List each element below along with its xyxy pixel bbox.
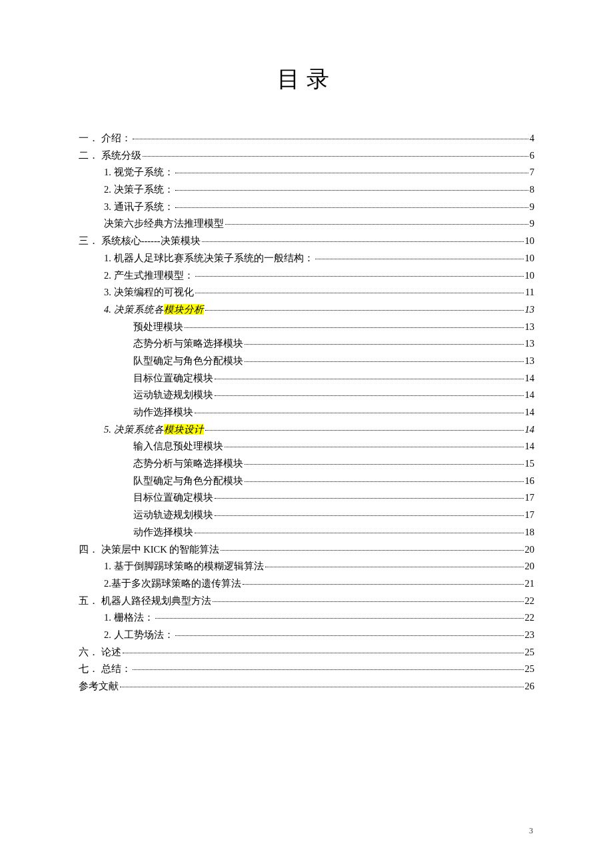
toc-num: 4.: [104, 304, 111, 315]
toc-leader-dots: [175, 207, 528, 208]
toc-row[interactable]: 队型确定与角色分配模块13: [79, 356, 534, 366]
toc-row[interactable]: 5. 决策系统各模块设计14: [79, 425, 534, 435]
toc-row[interactable]: 1. 栅格法：22: [79, 613, 534, 623]
toc-page: 9: [530, 202, 534, 212]
toc-row[interactable]: 态势分析与策略选择模块15: [79, 459, 534, 469]
toc-num: 五．: [79, 595, 99, 606]
toc-leader-dots: [215, 379, 524, 379]
toc-text: 态势分析与策略选择模块: [133, 458, 243, 469]
toc-leader-dots: [205, 430, 524, 431]
toc-row[interactable]: 决策六步经典方法推理模型9: [79, 219, 534, 229]
toc-num: 2.: [104, 578, 111, 589]
table-of-contents: 一． 介绍：4二． 系统分级61. 视觉子系统：72. 决策子系统：83. 通讯…: [79, 133, 534, 691]
toc-page: 13: [525, 322, 535, 332]
toc-row[interactable]: 2. 决策子系统：8: [79, 185, 534, 195]
toc-row[interactable]: 2.基于多次踢球策略的遗传算法21: [79, 579, 534, 589]
toc-num: 四．: [79, 544, 99, 555]
toc-row[interactable]: 4. 决策系统各模块分析13: [79, 305, 534, 315]
toc-page: 10: [525, 236, 535, 246]
toc-leader-dots: [202, 241, 524, 242]
toc-row[interactable]: 1. 基于倒脚踢球策略的模糊逻辑算法20: [79, 561, 534, 571]
toc-row[interactable]: 一． 介绍：4: [79, 133, 534, 143]
toc-page: 14: [525, 441, 535, 451]
toc-row[interactable]: 2. 产生式推理模型：10: [79, 271, 534, 281]
toc-page: 6: [530, 151, 534, 161]
toc-leader-dots: [215, 395, 524, 396]
toc-row[interactable]: 3. 通讯子系统：9: [79, 202, 534, 212]
toc-row[interactable]: 3. 决策编程的可视化11: [79, 287, 534, 297]
toc-page: 14: [525, 373, 535, 383]
toc-page: 25: [525, 664, 535, 674]
toc-page: 13: [525, 305, 535, 315]
toc-page: 23: [525, 630, 535, 640]
toc-label: 2.基于多次踢球策略的遗传算法: [104, 579, 241, 589]
toc-leader-dots: [155, 618, 524, 619]
toc-label: 3. 通讯子系统：: [104, 202, 174, 212]
toc-row[interactable]: 2. 人工势场法：23: [79, 630, 534, 640]
toc-row[interactable]: 动作选择模块18: [79, 527, 534, 537]
toc-row[interactable]: 态势分析与策略选择模块13: [79, 339, 534, 349]
toc-row[interactable]: 目标位置确定模块14: [79, 373, 534, 383]
toc-label: 态势分析与策略选择模块: [133, 459, 243, 469]
toc-page: 22: [525, 613, 535, 623]
toc-text: 总结：: [101, 663, 131, 674]
toc-text: 决策六步经典方法推理模型: [104, 218, 224, 229]
toc-row[interactable]: 目标位置确定模块17: [79, 493, 534, 503]
toc-label: 目标位置确定模块: [133, 493, 213, 503]
toc-leader-dots: [205, 310, 524, 311]
toc-label: 决策六步经典方法推理模型: [104, 219, 224, 229]
toc-row[interactable]: 1. 机器人足球比赛系统决策子系统的一般结构：10: [79, 253, 534, 263]
toc-text: 人工势场法：: [114, 629, 174, 640]
toc-row[interactable]: 运动轨迹规划模块17: [79, 510, 534, 520]
toc-row[interactable]: 1. 视觉子系统：7: [79, 167, 534, 177]
toc-row[interactable]: 七． 总结：25: [79, 664, 534, 674]
toc-label: 队型确定与角色分配模块: [133, 356, 243, 366]
toc-text-highlight: 模块设计: [164, 424, 204, 435]
toc-row[interactable]: 动作选择模块14: [79, 407, 534, 417]
toc-label: 七． 总结：: [79, 664, 131, 674]
toc-text: 机器人足球比赛系统决策子系统的一般结构：: [114, 253, 314, 263]
toc-text: 介绍：: [101, 133, 131, 143]
toc-page: 18: [525, 527, 535, 537]
toc-label: 一． 介绍：: [79, 133, 131, 143]
toc-leader-dots: [195, 533, 524, 533]
toc-row[interactable]: 五． 机器人路径规划典型方法22: [79, 596, 534, 606]
toc-label: 1. 栅格法：: [104, 613, 154, 623]
toc-row[interactable]: 四． 决策层中 KICK 的智能算法20: [79, 545, 534, 555]
toc-text: 预处理模块: [133, 321, 183, 332]
toc-row[interactable]: 预处理模块13: [79, 322, 534, 332]
toc-text: 动作选择模块: [133, 527, 193, 537]
toc-text: 目标位置确定模块: [133, 373, 213, 383]
toc-text: 队型确定与角色分配模块: [133, 355, 243, 366]
toc-page: 22: [525, 596, 535, 606]
toc-text: 产生式推理模型：: [114, 270, 194, 281]
toc-text: 栅格法：: [114, 612, 154, 623]
toc-label: 四． 决策层中 KICK 的智能算法: [79, 545, 219, 555]
toc-text: 通讯子系统：: [114, 201, 174, 212]
toc-row[interactable]: 三． 系统核心------决策模块10: [79, 236, 534, 246]
toc-page: 9: [530, 219, 534, 229]
toc-page: 17: [525, 493, 535, 503]
toc-row[interactable]: 输入信息预处理模块14: [79, 441, 534, 451]
toc-text: 视觉子系统：: [114, 167, 174, 177]
toc-row[interactable]: 运动轨迹规划模块14: [79, 390, 534, 400]
toc-row[interactable]: 队型确定与角色分配模块16: [79, 476, 534, 486]
toc-text: 论述: [101, 647, 121, 657]
toc-num: 七．: [79, 663, 99, 674]
toc-label: 运动轨迹规划模块: [133, 510, 213, 520]
toc-page: 11: [525, 287, 534, 297]
toc-num: 3.: [104, 201, 111, 212]
toc-page: 16: [525, 476, 535, 486]
toc-page: 14: [525, 407, 535, 417]
toc-num: 3.: [104, 287, 111, 297]
toc-leader-dots: [133, 669, 524, 670]
toc-leader-dots: [133, 139, 528, 139]
toc-leader-dots: [221, 550, 523, 551]
toc-row[interactable]: 六． 论述25: [79, 647, 534, 657]
toc-leader-dots: [215, 515, 524, 516]
toc-row[interactable]: 参考文献26: [79, 681, 534, 691]
toc-text: 目标位置确定模块: [133, 492, 213, 503]
toc-leader-dots: [245, 344, 524, 345]
toc-row[interactable]: 二． 系统分级6: [79, 151, 534, 161]
toc-label: 六． 论述: [79, 647, 121, 657]
